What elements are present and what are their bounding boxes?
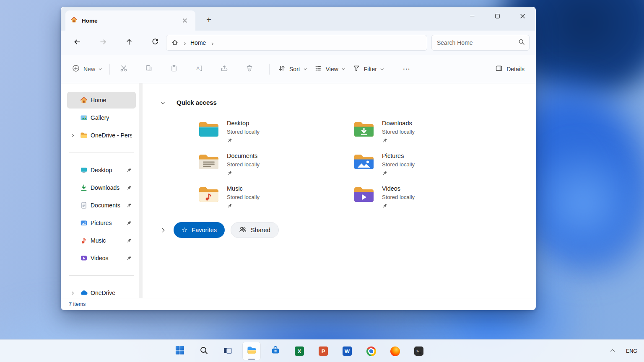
chevron-down-icon <box>342 67 345 70</box>
folder-name: Music <box>227 185 260 193</box>
toolbar-separator <box>269 64 270 75</box>
chevron-right-icon[interactable] <box>67 134 77 137</box>
folder-tile-music[interactable]: Music Stored locally <box>197 185 353 212</box>
cut-button[interactable] <box>114 61 133 78</box>
plus-icon: + <box>206 15 211 25</box>
desktop-icon <box>80 166 88 174</box>
filter-button[interactable]: Filter <box>348 61 387 78</box>
word-button[interactable]: W <box>338 342 356 360</box>
share-icon <box>221 65 228 74</box>
shared-label: Shared <box>251 227 270 233</box>
rename-button[interactable]: A <box>190 61 209 78</box>
refresh-button[interactable] <box>145 35 165 51</box>
maximize-button[interactable] <box>488 8 507 25</box>
folder-tile-videos[interactable]: Videos Stored locally <box>353 185 508 212</box>
folder-detail: Stored locally <box>382 194 415 201</box>
pin-icon <box>126 185 132 191</box>
delete-button[interactable] <box>240 61 259 78</box>
sidebar-item-desktop[interactable]: Desktop <box>67 162 136 178</box>
desktop-folder-icon <box>197 119 220 140</box>
chevron-right-icon[interactable] <box>67 292 77 294</box>
downloads-icon <box>80 184 88 191</box>
shared-button[interactable]: Shared <box>231 222 279 238</box>
address-bar[interactable]: Home <box>166 35 427 51</box>
store-bag-icon <box>270 345 280 357</box>
search-icon[interactable] <box>518 39 525 47</box>
sidebar-item-downloads[interactable]: Downloads <box>67 179 136 196</box>
chevron-right-icon[interactable] <box>161 228 165 232</box>
favorites-label: Favorites <box>192 227 217 233</box>
firefox-button[interactable] <box>386 342 404 360</box>
chevron-up-icon[interactable] <box>610 349 615 354</box>
pin-icon <box>382 137 415 145</box>
folder-detail: Stored locally <box>382 161 415 168</box>
pin-icon <box>227 137 260 145</box>
chevron-right-icon[interactable] <box>211 39 213 46</box>
task-view-button[interactable] <box>218 342 237 360</box>
taskbar-search-button[interactable] <box>195 342 213 360</box>
new-tab-button[interactable]: + <box>201 13 216 27</box>
folder-icon <box>80 132 88 139</box>
sort-button[interactable]: Sort <box>274 61 310 78</box>
chrome-button[interactable] <box>362 342 380 360</box>
taskbar: X P W >_ ENG <box>0 339 644 362</box>
close-icon <box>520 13 525 20</box>
sort-label: Sort <box>289 66 300 72</box>
search-input[interactable] <box>437 39 518 46</box>
taskbar-file-explorer-button[interactable] <box>242 342 261 360</box>
view-button[interactable]: View <box>310 61 348 78</box>
start-button[interactable] <box>171 342 189 360</box>
sidebar-item-music[interactable]: Music <box>67 232 136 249</box>
excel-button[interactable]: X <box>290 342 309 360</box>
favorites-button[interactable]: ☆ Favorites <box>174 222 225 238</box>
close-icon <box>183 18 187 24</box>
powerpoint-button[interactable]: P <box>314 342 332 360</box>
search-box[interactable] <box>431 35 530 51</box>
excel-icon: X <box>295 346 304 356</box>
taskbar-icons: X P W >_ <box>171 342 428 360</box>
folder-tile-documents[interactable]: Documents Stored locally <box>197 152 353 180</box>
file-explorer-window: Home + <box>61 7 536 310</box>
sidebar-item-onedrive-personal[interactable]: OneDrive - Personal <box>67 127 136 144</box>
sidebar-item-gallery[interactable]: Gallery <box>67 109 136 126</box>
documents-folder-icon <box>197 152 220 173</box>
home-breadcrumb-icon <box>171 39 178 47</box>
details-button[interactable]: Details <box>491 61 529 78</box>
new-button[interactable]: New <box>68 61 105 78</box>
documents-icon <box>80 202 88 209</box>
folder-tile-downloads[interactable]: Downloads Stored locally <box>353 119 508 147</box>
sort-icon <box>278 65 286 73</box>
close-window-button[interactable] <box>513 8 532 25</box>
forward-button[interactable] <box>93 35 113 51</box>
sidebar-item-videos[interactable]: Videos <box>67 250 136 266</box>
pin-icon <box>126 256 132 261</box>
share-button[interactable] <box>215 61 234 78</box>
sidebar-item-home[interactable]: Home <box>67 92 136 109</box>
folder-tile-pictures[interactable]: Pictures Stored locally <box>353 152 508 180</box>
filter-label: Filter <box>364 66 377 72</box>
sidebar-item-label: Documents <box>91 202 120 209</box>
microsoft-store-button[interactable] <box>266 342 285 360</box>
file-explorer-icon <box>247 345 257 357</box>
sidebar-item-pictures[interactable]: Pictures <box>67 215 136 231</box>
back-button[interactable] <box>67 35 87 51</box>
paste-button[interactable] <box>164 61 184 78</box>
sidebar-item-documents[interactable]: Documents <box>67 197 136 214</box>
arrow-right-icon <box>99 38 107 47</box>
folder-tile-desktop[interactable]: Desktop Stored locally <box>197 119 353 147</box>
breadcrumb-location[interactable]: Home <box>190 39 206 46</box>
copy-button[interactable] <box>139 61 158 78</box>
minimize-button[interactable] <box>462 8 482 25</box>
titlebar[interactable]: Home + <box>61 7 535 31</box>
section-title[interactable]: Quick access <box>177 99 217 106</box>
tab-home[interactable]: Home <box>65 10 195 31</box>
tab-close-button[interactable] <box>179 15 190 26</box>
terminal-button[interactable]: >_ <box>410 342 428 360</box>
chevron-down-icon[interactable] <box>161 100 165 104</box>
sidebar-item-label: Videos <box>91 255 109 261</box>
more-options-button[interactable]: ⋯ <box>398 61 415 78</box>
sidebar-scrollbar[interactable] <box>139 83 143 298</box>
pin-icon <box>126 168 132 173</box>
language-indicator[interactable]: ENG <box>626 348 637 354</box>
up-button[interactable] <box>119 35 139 51</box>
